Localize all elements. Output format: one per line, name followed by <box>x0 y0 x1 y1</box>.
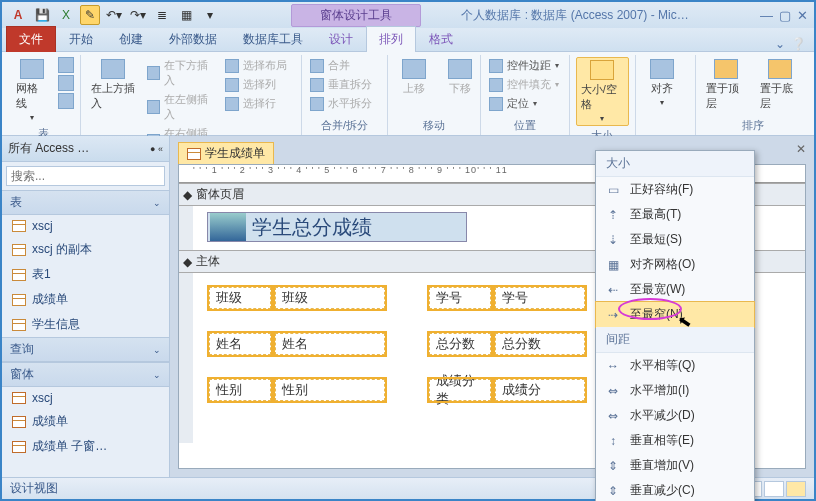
chevron-down-icon[interactable]: ● « <box>150 144 163 154</box>
dd-v-inc[interactable]: ⇕垂直增加(V) <box>596 453 754 478</box>
remove-layout-icon[interactable] <box>58 93 74 109</box>
dd-widest[interactable]: ⇠至最宽(W) <box>596 277 754 302</box>
stacked-icon[interactable] <box>58 57 74 73</box>
dd-header-size: 大小 <box>596 151 754 177</box>
dd-h-inc[interactable]: ⇔水平增加(I) <box>596 378 754 403</box>
nav-form-score-sub[interactable]: 成绩单 子窗… <box>2 434 169 459</box>
view-layout-icon[interactable] <box>764 481 784 497</box>
search-input[interactable] <box>6 166 165 186</box>
align-button[interactable]: 对齐▾ <box>642 57 682 109</box>
gridlines-label: 网格线 <box>16 81 48 111</box>
help-icon[interactable]: ❔ <box>791 37 806 51</box>
gridlines-button[interactable]: 网格线▾ <box>12 57 52 124</box>
nav-cat-form[interactable]: 窗体⌄ <box>2 362 169 387</box>
app-title: 个人数据库 : 数据库 (Access 2007) - Mic… <box>461 7 688 24</box>
dd-v-equal[interactable]: ↕垂直相等(E) <box>596 428 754 453</box>
dd-narrowest[interactable]: ⇢至最窄(N) <box>595 301 755 328</box>
insert-below-button[interactable]: 在下方插入 <box>145 57 217 89</box>
tab-dbtools[interactable]: 数据库工具 <box>230 26 316 52</box>
merge-button[interactable]: 合并 <box>308 57 386 74</box>
field-grade[interactable]: 成绩分 <box>495 379 585 401</box>
tab-arrange[interactable]: 排列 <box>366 26 416 52</box>
minimize-icon[interactable]: ― <box>760 8 773 23</box>
move-up-button[interactable]: 上移 <box>394 57 434 98</box>
dd-h-dec[interactable]: ⇔水平减少(D) <box>596 403 754 428</box>
object-close-icon[interactable]: ✕ <box>796 142 806 156</box>
split-v-button[interactable]: 垂直拆分 <box>308 76 386 93</box>
group-position: 控件边距▾ 控件填充▾ 定位▾ 位置 <box>481 55 570 135</box>
select-col-button[interactable]: 选择列 <box>223 76 295 93</box>
save-icon[interactable]: 💾 <box>32 5 52 25</box>
dd-shortest[interactable]: ⇣至最短(S) <box>596 227 754 252</box>
ctrl-padding-button[interactable]: 控件填充▾ <box>487 76 569 93</box>
insert-left-button[interactable]: 在左侧插入 <box>145 91 217 123</box>
dd-h-equal[interactable]: ↔水平相等(Q) <box>596 353 754 378</box>
field-sid[interactable]: 学号 <box>495 287 585 309</box>
tab-design[interactable]: 设计 <box>316 26 366 52</box>
dd-tallest[interactable]: ⇡至最高(T) <box>596 202 754 227</box>
dd-grid[interactable]: ▦对齐网格(O) <box>596 252 754 277</box>
nav-table-xscj-copy[interactable]: xscj 的副本 <box>2 237 169 262</box>
move-down-button[interactable]: 下移 <box>440 57 480 98</box>
view-design-icon[interactable] <box>786 481 806 497</box>
bullets-icon[interactable]: ≣ <box>152 5 172 25</box>
split-h-button[interactable]: 水平拆分 <box>308 95 386 112</box>
nav-table-1[interactable]: 表1 <box>2 262 169 287</box>
contextual-tab-label: 窗体设计工具 <box>291 4 421 27</box>
field-name[interactable]: 姓名 <box>275 333 385 355</box>
form-title-control[interactable]: 学生总分成绩 <box>207 212 467 242</box>
select-row-button[interactable]: 选择行 <box>223 95 295 112</box>
label-name[interactable]: 姓名 <box>209 333 271 355</box>
tab-file[interactable]: 文件 <box>6 26 56 52</box>
group-size: 大小/空格▾ 大小 <box>570 55 636 135</box>
group-order: 置于顶层 置于底层 排序 <box>696 55 810 135</box>
group-merge-label: 合并/拆分 <box>308 116 380 133</box>
nav-cat-table[interactable]: 表⌄ <box>2 190 169 215</box>
anchor-button[interactable]: 定位▾ <box>487 95 569 112</box>
pencil-icon[interactable]: ✎ <box>80 5 100 25</box>
nav-table-score[interactable]: 成绩单 <box>2 287 169 312</box>
dd-header-spacing: 间距 <box>596 327 754 353</box>
nav-form-xscj[interactable]: xscj <box>2 387 169 409</box>
ribbon-tabs: 文件 开始 创建 外部数据 数据库工具 设计 排列 格式 ⌄ ❔ <box>2 28 814 52</box>
qat-more-icon[interactable]: ▾ <box>200 5 220 25</box>
undo-icon[interactable]: ↶▾ <box>104 5 124 25</box>
label-sid[interactable]: 学号 <box>429 287 491 309</box>
object-tab[interactable]: 学生成绩单 <box>178 142 274 165</box>
label-grade[interactable]: 成绩分类 <box>429 379 491 401</box>
tabular-icon[interactable] <box>58 75 74 91</box>
nav-form-score[interactable]: 成绩单 <box>2 409 169 434</box>
size-space-button[interactable]: 大小/空格▾ <box>576 57 629 126</box>
insert-above-label: 在上方插入 <box>91 81 135 111</box>
app-icon[interactable]: A <box>8 5 28 25</box>
tab-home[interactable]: 开始 <box>56 26 106 52</box>
window-controls: ― ▢ ✕ <box>760 8 808 23</box>
dd-v-dec[interactable]: ⇕垂直减少(C) <box>596 478 754 501</box>
ctrl-margin-button[interactable]: 控件边距▾ <box>487 57 569 74</box>
label-class[interactable]: 班级 <box>209 287 271 309</box>
dd-fit[interactable]: ▭正好容纳(F) <box>596 177 754 202</box>
tab-create[interactable]: 创建 <box>106 26 156 52</box>
send-back-button[interactable]: 置于底层 <box>756 57 804 113</box>
ribbon-minimize-icon[interactable]: ⌄ <box>775 37 785 51</box>
insert-above-button[interactable]: 在上方插入 <box>87 57 139 113</box>
select-layout-button[interactable]: 选择布局 <box>223 57 295 74</box>
close-icon[interactable]: ✕ <box>797 8 808 23</box>
field-gender[interactable]: 性别 <box>275 379 385 401</box>
redo-icon[interactable]: ↷▾ <box>128 5 148 25</box>
field-class[interactable]: 班级 <box>275 287 385 309</box>
restore-icon[interactable]: ▢ <box>779 8 791 23</box>
nav-cat-query[interactable]: 查询⌄ <box>2 337 169 362</box>
nav-header[interactable]: 所有 Access … ● « <box>2 136 169 162</box>
nav-table-student[interactable]: 学生信息 <box>2 312 169 337</box>
tab-format[interactable]: 格式 <box>416 26 466 52</box>
nav-table-xscj[interactable]: xscj <box>2 215 169 237</box>
bring-front-button[interactable]: 置于顶层 <box>702 57 750 113</box>
ribbon: 网格线▾ 表 在上方插入 在下方插入 在左侧插入 在右侧插入 选择布局 选择列 … <box>2 52 814 136</box>
table-icon[interactable]: ▦ <box>176 5 196 25</box>
label-total[interactable]: 总分数 <box>429 333 491 355</box>
tab-external[interactable]: 外部数据 <box>156 26 230 52</box>
excel-icon[interactable]: X <box>56 5 76 25</box>
field-total[interactable]: 总分数 <box>495 333 585 355</box>
label-gender[interactable]: 性别 <box>209 379 271 401</box>
